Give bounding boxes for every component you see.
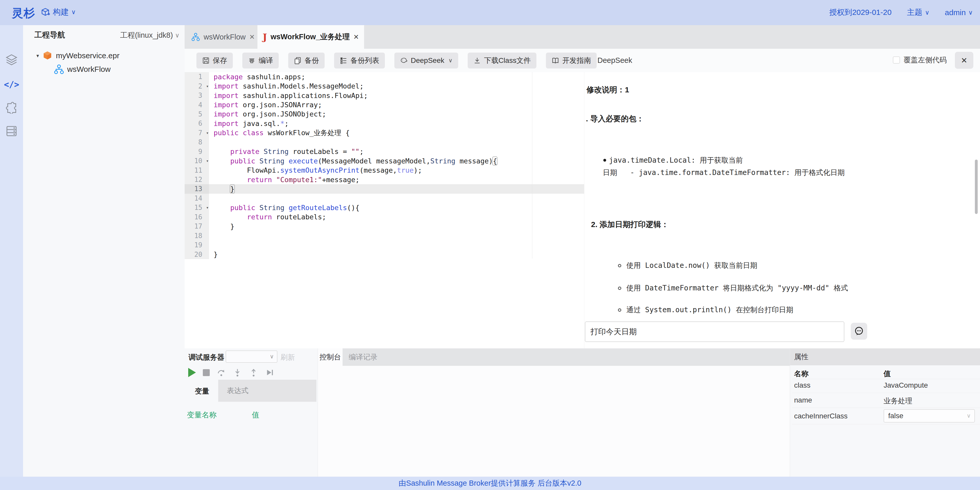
topbar-right: 授权到2029-01-20 主题 ∨ admin ∨ bbox=[829, 7, 973, 18]
close-icon[interactable]: ✕ bbox=[249, 33, 255, 41]
backup-list-icon bbox=[340, 57, 347, 64]
deepseek-button[interactable]: DeepSeek∨ bbox=[395, 53, 458, 69]
fold-arrow-icon[interactable]: ▾ bbox=[206, 84, 209, 89]
guide-button[interactable]: 开发指南 bbox=[546, 53, 597, 69]
code-line-10[interactable]: 10▾ public String execute(MessageModel m… bbox=[185, 156, 584, 166]
tab-expressions[interactable]: 表达式 bbox=[218, 380, 317, 402]
assistant-heading: 修改说明：1 bbox=[586, 85, 629, 95]
backup-button[interactable]: 备份 bbox=[288, 53, 325, 69]
variables-column-name: 变量名称 bbox=[187, 410, 217, 420]
fold-arrow-icon[interactable]: ▾ bbox=[206, 130, 209, 136]
properties-column-name: 名称 bbox=[794, 369, 808, 379]
tab-compile-log[interactable]: 编译记录 bbox=[349, 348, 377, 366]
layers-icon[interactable] bbox=[5, 53, 18, 66]
project-nav-panel: 工程导航 工程(linux_jdk8) ∨ ▾ myWebservice.epr… bbox=[23, 25, 185, 477]
send-chat-button[interactable] bbox=[851, 323, 867, 340]
project-selector[interactable]: 工程(linux_jdk8) ∨ bbox=[120, 30, 180, 40]
line-number: 11 bbox=[185, 166, 209, 175]
property-name: name bbox=[794, 396, 812, 404]
fold-arrow-icon[interactable]: ▾ bbox=[206, 205, 209, 210]
debug-server-select[interactable]: ∨ bbox=[226, 350, 277, 363]
variables-column-value: 值 bbox=[252, 410, 259, 420]
code-line-4[interactable]: 4import org.json.JSONArray; bbox=[185, 100, 584, 109]
button-label: DeepSeek bbox=[411, 56, 444, 65]
code-text: } bbox=[209, 185, 234, 193]
bullet-circle-icon bbox=[618, 264, 621, 267]
code-line-12[interactable]: 12 return "Compute1:"+message; bbox=[185, 175, 584, 184]
deepseek-whale-icon bbox=[400, 57, 408, 64]
save-button[interactable]: 保存 bbox=[196, 53, 233, 69]
tab-console[interactable]: 控制台 bbox=[318, 348, 342, 366]
tab-wsworkflow[interactable]: wsWorkFlow ✕ bbox=[189, 25, 258, 49]
tree-expand-caret-icon[interactable]: ▾ bbox=[37, 53, 39, 59]
line-number: 13 bbox=[185, 184, 209, 193]
code-editor[interactable]: 1package sashulin.apps;2▾import sashulin… bbox=[185, 72, 584, 348]
code-line-14[interactable]: 14 bbox=[185, 194, 584, 203]
code-line-18[interactable]: 18 bbox=[185, 231, 584, 240]
line-number: 1 bbox=[185, 72, 209, 81]
code-line-13[interactable]: 13 } bbox=[185, 184, 584, 193]
code-line-6[interactable]: 6import java.sql.*; bbox=[185, 119, 584, 128]
code-line-19[interactable]: 19 bbox=[185, 240, 584, 250]
code-line-5[interactable]: 5import org.json.JSONObject; bbox=[185, 110, 584, 119]
debug-panel: 调试服务器 ∨ 刷新 变量 表达式 变量名称 值 bbox=[185, 348, 318, 477]
line-number: 19 bbox=[185, 240, 209, 250]
step-into-icon[interactable] bbox=[233, 368, 242, 377]
code-text: } bbox=[209, 251, 218, 259]
debug-stop-button[interactable] bbox=[203, 369, 210, 376]
tab-label: wsWorkFlow_业务处理 bbox=[270, 32, 350, 42]
fold-arrow-icon[interactable]: ▾ bbox=[206, 158, 209, 163]
button-label: 备份 bbox=[305, 56, 319, 65]
assistant-close-button[interactable]: ✕ bbox=[955, 52, 973, 69]
debug-run-button[interactable] bbox=[188, 368, 196, 377]
button-label: 开发指南 bbox=[562, 56, 591, 65]
tree-item-flow[interactable]: wsWorkFlow bbox=[54, 64, 110, 74]
code-text: import sashulin.applications.FlowApi; bbox=[209, 92, 368, 99]
code-line-20[interactable]: 20} bbox=[185, 250, 584, 259]
theme-menu[interactable]: 主题 ∨ bbox=[907, 7, 929, 18]
save-icon bbox=[202, 57, 210, 64]
overwrite-checkbox[interactable] bbox=[893, 56, 900, 64]
code-text: public String execute(MessageModel messa… bbox=[209, 157, 497, 165]
assistant-prompt-input[interactable] bbox=[585, 321, 844, 342]
run-to-end-icon[interactable] bbox=[265, 368, 274, 377]
button-label: 备份列表 bbox=[350, 56, 379, 65]
workflow-icon bbox=[191, 33, 200, 41]
code-line-16[interactable]: 16 return routeLabels; bbox=[185, 212, 584, 222]
code-line-11[interactable]: 11 FlowApi.systemOutAsyncPrint(message,t… bbox=[185, 166, 584, 175]
step-out-icon[interactable] bbox=[249, 368, 258, 377]
code-line-2[interactable]: 2▾import sashulin.Models.MessageModel; bbox=[185, 81, 584, 91]
tree-item-project[interactable]: ▾ myWebservice.epr bbox=[37, 50, 119, 61]
tab-variables[interactable]: 变量 bbox=[195, 386, 209, 396]
compile-button[interactable]: 编译 bbox=[242, 53, 279, 69]
server-icon[interactable] bbox=[5, 124, 18, 137]
refresh-button[interactable]: 刷新 bbox=[280, 353, 295, 362]
build-menu[interactable]: 构建 ∨ bbox=[41, 7, 76, 18]
plugin-puzzle-icon[interactable] bbox=[5, 101, 18, 114]
line-number: 17 bbox=[185, 222, 209, 231]
code-line-8[interactable]: 8 bbox=[185, 137, 584, 147]
code-line-1[interactable]: 1package sashulin.apps; bbox=[185, 72, 584, 81]
code-line-17[interactable]: 17 } bbox=[185, 222, 584, 231]
code-line-3[interactable]: 3import sashulin.applications.FlowApi; bbox=[185, 91, 584, 100]
download-button[interactable]: 下载Class文件 bbox=[468, 53, 536, 69]
code-line-15[interactable]: 15▾ public String getRouteLabels(){ bbox=[185, 203, 584, 212]
property-value-select[interactable]: false ∨ bbox=[884, 409, 975, 423]
tab-wsworkflow-business[interactable]: J wsWorkFlow_业务处理 ✕ bbox=[258, 25, 364, 49]
assistant-scrollbar[interactable] bbox=[975, 160, 978, 214]
close-icon[interactable]: ✕ bbox=[353, 33, 359, 41]
step-over-icon[interactable] bbox=[217, 368, 226, 377]
user-menu[interactable]: admin ∨ bbox=[945, 8, 973, 17]
line-number: 12 bbox=[185, 175, 209, 184]
code-line-7[interactable]: 7▾public class wsWorkFlow_业务处理 { bbox=[185, 128, 584, 137]
property-name: class bbox=[794, 381, 810, 389]
backup-list-button[interactable]: 备份列表 bbox=[334, 53, 385, 69]
code-line-9[interactable]: 9 private String routeLabels = ""; bbox=[185, 147, 584, 156]
line-number: 3 bbox=[185, 91, 209, 100]
code-text: return routeLabels; bbox=[209, 213, 326, 221]
code-editor-icon[interactable]: </> bbox=[5, 78, 18, 91]
console-panel: 控制台 编译记录 bbox=[318, 348, 790, 477]
footer-bar: 由Sashulin Message Broker提供计算服务 后台版本v2.0 bbox=[0, 477, 980, 490]
tree-item-label: wsWorkFlow bbox=[67, 65, 110, 73]
assistant-sub-bullet-item: 通过 System.out.println() 在控制台打印日期 bbox=[618, 305, 793, 315]
